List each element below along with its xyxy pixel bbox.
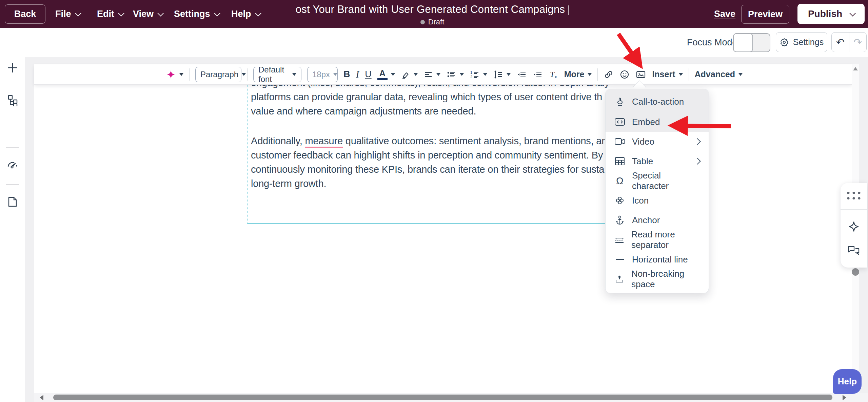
insert-menu-item-non-breaking-space[interactable]: Non-breaking space xyxy=(606,269,709,289)
focus-mode-toggle[interactable] xyxy=(733,33,770,52)
line-spacing-button[interactable] xyxy=(493,70,511,79)
insert-link-button[interactable] xyxy=(604,69,614,80)
chevron-down-icon xyxy=(157,10,163,16)
numbered-list-button[interactable]: 1 2 xyxy=(470,70,487,79)
back-button[interactable]: Back xyxy=(5,4,45,24)
indent-button[interactable] xyxy=(532,70,542,79)
preview-button[interactable]: Preview xyxy=(741,5,789,24)
comments-button[interactable] xyxy=(847,245,860,256)
insert-menu-item-horizontal-line[interactable]: Horizontal line xyxy=(606,250,709,269)
insert-menu-item-icon[interactable]: Icon xyxy=(606,191,709,210)
scroll-up-arrow-icon[interactable] xyxy=(853,67,858,70)
insert-image-button[interactable] xyxy=(635,70,646,79)
chevron-down-icon xyxy=(255,10,261,16)
chevron-right-icon xyxy=(694,138,701,145)
page-title[interactable]: ost Your Brand with User Generated Conte… xyxy=(271,3,593,16)
editor-screen: Back File Edit View Settings Help ost Yo… xyxy=(0,0,868,402)
menu-edit[interactable]: Edit xyxy=(97,0,123,28)
icon-shapes-icon xyxy=(614,195,625,206)
bold-button[interactable]: B xyxy=(343,69,350,80)
font-color-icon: A xyxy=(377,69,388,80)
rich-text-module[interactable]: engagement (likes, shares, comments), re… xyxy=(247,64,608,224)
add-module-button[interactable] xyxy=(6,61,19,75)
chevron-down-icon xyxy=(391,73,395,76)
menu-file[interactable]: File xyxy=(55,0,80,28)
menu-item-label: Call-to-action xyxy=(632,97,684,107)
optimize-button[interactable] xyxy=(6,158,19,171)
menu-item-label: Read more separator xyxy=(631,229,700,250)
redo-button[interactable]: ↷ xyxy=(849,33,867,52)
italic-button[interactable]: I xyxy=(356,69,359,80)
font-family-dropdown[interactable]: Default font xyxy=(253,67,301,82)
insert-menu-item-call-to-action[interactable]: Call-to-action xyxy=(606,89,709,112)
undo-redo-group: ↶ ↷ xyxy=(831,32,867,52)
menu-settings[interactable]: Settings xyxy=(174,0,219,28)
horizontal-scrollbar[interactable] xyxy=(34,393,868,402)
insert-menu-item-embed[interactable]: Embed xyxy=(606,112,709,132)
more-dropdown[interactable]: More xyxy=(564,69,592,79)
menu-view[interactable]: View xyxy=(133,0,162,28)
clear-formatting-button[interactable]: T x xyxy=(548,70,558,79)
insert-menu-item-special-character[interactable]: Ω Special character xyxy=(606,171,709,191)
paragraph-style-dropdown[interactable]: Paragraph xyxy=(195,67,241,82)
insert-menu-item-anchor[interactable]: Anchor xyxy=(606,210,709,230)
scroll-right-arrow-icon[interactable] xyxy=(843,395,846,400)
insert-dropdown[interactable]: Insert xyxy=(652,69,683,79)
emoji-icon xyxy=(619,69,630,80)
drag-handle[interactable] xyxy=(847,192,861,199)
horizontal-line-icon xyxy=(614,259,625,260)
more-label: More xyxy=(564,69,585,79)
save-button[interactable]: Save xyxy=(714,9,735,19)
gear-icon xyxy=(780,38,789,47)
highlighter-icon xyxy=(401,70,410,79)
underline-button[interactable]: U xyxy=(365,69,372,80)
text-caret xyxy=(568,5,569,15)
body-text-line: customer feedback can highlight shifts i… xyxy=(251,150,603,161)
align-button[interactable] xyxy=(423,70,440,79)
embed-icon xyxy=(614,118,625,126)
indent-icon xyxy=(532,70,542,79)
undo-icon: ↶ xyxy=(836,36,845,48)
font-size-value: 18px xyxy=(312,70,330,79)
ai-sparkle-icon xyxy=(166,69,176,80)
site-tree-button[interactable] xyxy=(6,94,19,106)
insert-label: Insert xyxy=(652,69,675,79)
advanced-dropdown[interactable]: Advanced xyxy=(695,69,743,79)
toolbar-divider xyxy=(689,68,689,81)
emoji-button[interactable] xyxy=(619,69,630,80)
plus-icon xyxy=(6,61,19,75)
ai-assistant-button[interactable] xyxy=(166,69,183,80)
menu-item-label: Anchor xyxy=(632,215,660,226)
insert-menu-item-read-more-separator[interactable]: Read more separator xyxy=(606,230,709,250)
outdent-button[interactable] xyxy=(516,70,527,79)
vertical-scroll-thumb[interactable] xyxy=(852,268,859,276)
menu-item-label: Non-breaking space xyxy=(631,269,700,290)
font-color-button[interactable]: A xyxy=(377,69,395,80)
menu-help[interactable]: Help xyxy=(231,0,260,28)
help-button[interactable]: Help xyxy=(833,369,862,394)
horizontal-scroll-thumb[interactable] xyxy=(53,395,832,400)
bullet-list-button[interactable] xyxy=(446,70,464,79)
menu-item-label: Table xyxy=(632,156,653,167)
body-text-line: continuously monitoring these KPIs, bran… xyxy=(251,164,604,175)
settings-button[interactable]: Settings xyxy=(776,32,827,52)
insert-menu-item-video[interactable]: Video xyxy=(606,132,709,151)
highlight-color-button[interactable] xyxy=(401,70,418,79)
font-family-value: Default font xyxy=(258,65,289,84)
redo-icon: ↷ xyxy=(853,36,862,48)
font-size-dropdown[interactable]: 18px xyxy=(307,67,338,82)
chevron-down-icon xyxy=(679,73,683,76)
menu-item-label: Embed xyxy=(632,117,660,127)
chat-bubbles-icon xyxy=(847,245,860,256)
paragraph-style-value: Paragraph xyxy=(200,70,238,79)
insert-menu-item-table[interactable]: Table xyxy=(606,151,709,171)
menu-file-label: File xyxy=(55,9,71,19)
page-content-button[interactable] xyxy=(6,196,19,208)
undo-button[interactable]: ↶ xyxy=(832,33,849,52)
body-text-line: Additionally, measure qualitative outcom… xyxy=(251,135,607,147)
focus-mode-label: Focus Mode xyxy=(687,37,737,48)
ai-tools-button[interactable] xyxy=(847,220,860,233)
scroll-left-arrow-icon[interactable] xyxy=(40,395,43,400)
publish-button[interactable]: Publish xyxy=(797,4,865,24)
publish-label: Publish xyxy=(808,8,842,19)
